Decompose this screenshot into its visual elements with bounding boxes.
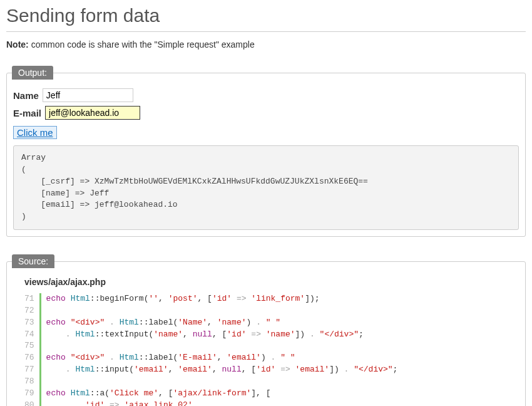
line-number-gutter: 7172737475767778798081828384 <box>24 293 39 406</box>
code-line: 'id' => 'ajax_link_02', <box>46 400 398 406</box>
source-filename: views/ajax/ajax.php <box>24 277 519 287</box>
line-number: 73 <box>24 317 34 329</box>
name-input[interactable] <box>43 88 133 102</box>
divider <box>6 31 526 32</box>
source-legend: Source: <box>12 254 54 268</box>
gutter-bar <box>39 293 41 406</box>
code-column: echo Html::beginForm('', 'post', ['id' =… <box>46 293 398 406</box>
line-number: 76 <box>24 352 34 364</box>
code-line: . Html::input('email', 'email', null, ['… <box>46 364 398 376</box>
line-number: 72 <box>24 305 34 317</box>
email-input[interactable] <box>45 106 140 120</box>
line-number: 75 <box>24 340 34 352</box>
source-panel: Source: views/ajax/ajax.php 717273747576… <box>6 254 526 406</box>
code-line: . Html::textInput('name', null, ['id' =>… <box>46 329 398 341</box>
line-number: 78 <box>24 376 34 388</box>
code-line <box>46 305 398 317</box>
output-legend: Output: <box>12 66 53 80</box>
line-number: 74 <box>24 329 34 341</box>
line-number: 71 <box>24 293 34 305</box>
code-line <box>46 340 398 352</box>
note-text: common code is share with the "Simple re… <box>29 39 255 49</box>
line-number: 77 <box>24 364 34 376</box>
click-me-link[interactable]: Click me <box>13 126 57 139</box>
note-line: Note: common code is share with the "Sim… <box>6 39 526 49</box>
line-number: 79 <box>24 388 34 400</box>
code-line: echo "<div>" . Html::label('Name', 'name… <box>46 317 398 329</box>
name-label: Name <box>13 90 39 101</box>
response-output: Array ( [_csrf] => XzMwTzMtbHoUWGEVdEMlK… <box>13 145 519 230</box>
email-label: E-mail <box>13 108 41 118</box>
email-row: E-mail <box>13 106 519 120</box>
name-row: Name <box>13 88 519 102</box>
note-label: Note: <box>6 39 29 49</box>
line-number: 80 <box>24 400 34 406</box>
page-title: Sending form data <box>6 5 526 26</box>
code-line: echo Html::beginForm('', 'post', ['id' =… <box>46 293 398 305</box>
code-line <box>46 376 398 388</box>
code-block: 7172737475767778798081828384 echo Html::… <box>24 293 519 406</box>
output-panel: Output: Name E-mail Click me Array ( [_c… <box>6 66 526 237</box>
code-line: echo Html::a('Click me', ['ajax/link-for… <box>46 388 398 400</box>
code-line: echo "<div>" . Html::label('E-mail', 'em… <box>46 352 398 364</box>
